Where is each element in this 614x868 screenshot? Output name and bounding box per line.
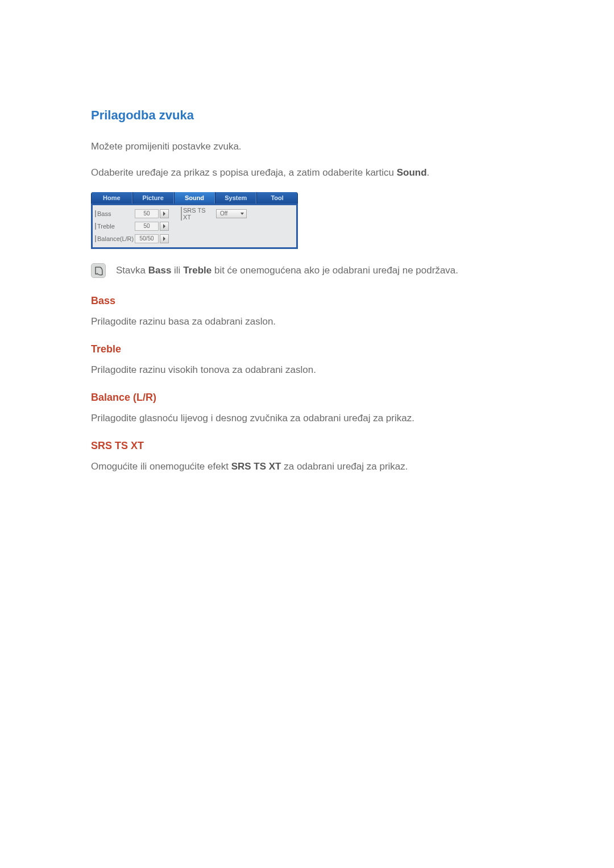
note-mid: ili xyxy=(171,265,183,276)
srs-text-bold: SRS TS XT xyxy=(231,461,281,472)
tab-sound[interactable]: Sound xyxy=(174,192,215,203)
value-treble[interactable]: 50 xyxy=(135,222,159,231)
intro-text-2: Odaberite uređaje za prikaz s popisa ure… xyxy=(91,166,523,180)
label-bass: Bass xyxy=(95,210,135,217)
text-balance: Prilagodite glasnoću lijevog i desnog zv… xyxy=(91,413,523,424)
intro2-bold: Sound xyxy=(397,167,427,178)
note-text: Stavka Bass ili Treble bit će onemogućen… xyxy=(116,265,458,276)
srs-text-pre: Omogućite ili onemogućite efekt xyxy=(91,461,231,472)
sound-panel: Home Picture Sound System Tool Bass 50 T… xyxy=(91,192,523,249)
tab-picture[interactable]: Picture xyxy=(132,192,174,203)
stepper-balance[interactable] xyxy=(160,234,169,243)
note-pre: Stavka xyxy=(116,265,148,276)
srs-text-post: za odabrani uređaj za prikaz. xyxy=(281,461,408,472)
label-srs: SRS TS XT xyxy=(181,207,215,221)
heading-srs: SRS TS XT xyxy=(91,440,523,452)
intro2-pre: Odaberite uređaje za prikaz s popisa ure… xyxy=(91,167,397,178)
row-srs: SRS TS XT Off xyxy=(181,207,263,220)
note-b2: Treble xyxy=(183,265,211,276)
panel-body: Bass 50 Treble 50 Balance(L/R) 50/50 SR xyxy=(91,203,298,249)
dropdown-srs[interactable]: Off xyxy=(216,209,247,218)
section-balance: Balance (L/R) Prilagodite glasnoću lijev… xyxy=(91,392,523,424)
note-b1: Bass xyxy=(148,265,172,276)
heading-treble: Treble xyxy=(91,343,523,355)
note-row: Stavka Bass ili Treble bit će onemogućen… xyxy=(91,263,523,278)
row-bass: Bass 50 xyxy=(95,207,177,220)
heading-bass: Bass xyxy=(91,295,523,307)
label-treble: Treble xyxy=(95,223,135,230)
svg-point-0 xyxy=(97,273,98,274)
stepper-bass[interactable] xyxy=(160,209,169,218)
section-treble: Treble Prilagodite razinu visokih tonova… xyxy=(91,343,523,376)
note-post: bit će onemogućena ako je odabrani uređa… xyxy=(211,265,458,276)
section-bass: Bass Prilagodite razinu basa za odabrani… xyxy=(91,295,523,327)
tab-system[interactable]: System xyxy=(215,192,256,203)
row-treble: Treble 50 xyxy=(95,220,177,232)
note-icon xyxy=(91,263,106,278)
row-balance: Balance(L/R) 50/50 xyxy=(95,232,177,245)
tab-tool[interactable]: Tool xyxy=(256,192,298,203)
intro2-post: . xyxy=(427,167,430,178)
tab-bar: Home Picture Sound System Tool xyxy=(91,192,298,203)
value-bass[interactable]: 50 xyxy=(135,209,159,218)
text-treble: Prilagodite razinu visokih tonova za oda… xyxy=(91,364,523,376)
section-srs: SRS TS XT Omogućite ili onemogućite efek… xyxy=(91,440,523,472)
value-balance[interactable]: 50/50 xyxy=(135,234,159,243)
stepper-treble[interactable] xyxy=(160,222,169,231)
section-title: Prilagodba zvuka xyxy=(91,108,523,123)
intro-text-1: Možete promijeniti postavke zvuka. xyxy=(91,140,523,153)
panel-left-column: Bass 50 Treble 50 Balance(L/R) 50/50 xyxy=(95,207,177,245)
text-srs: Omogućite ili onemogućite efekt SRS TS X… xyxy=(91,461,523,472)
label-balance: Balance(L/R) xyxy=(95,235,135,242)
heading-balance: Balance (L/R) xyxy=(91,392,523,404)
text-bass: Prilagodite razinu basa za odabrani zasl… xyxy=(91,316,523,327)
tab-home[interactable]: Home xyxy=(91,192,132,203)
panel-right-column: SRS TS XT Off xyxy=(181,207,263,245)
